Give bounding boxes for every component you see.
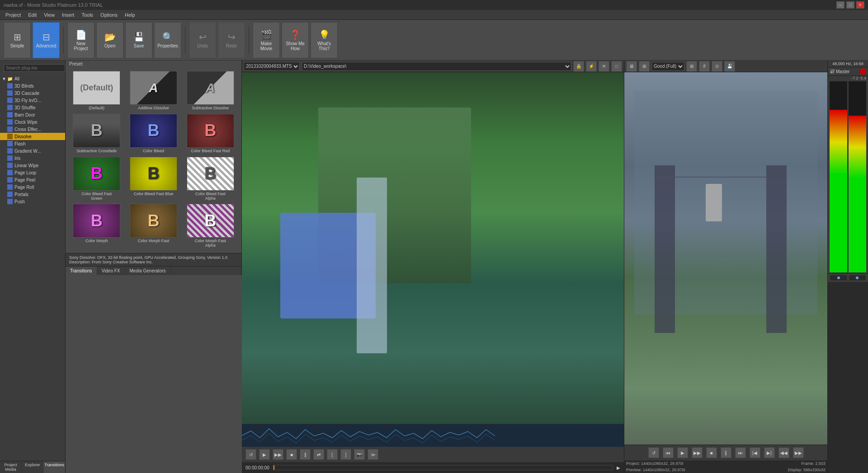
transition-color-bleed-fast-alpha[interactable]: B Color Bleed Fast Alpha bbox=[183, 157, 238, 202]
preview-video-left bbox=[242, 72, 624, 424]
tree-label: Flash bbox=[14, 141, 25, 146]
transition-color-morph-fast[interactable]: B Color Morph Fast bbox=[126, 204, 181, 249]
tree-item-page-loop[interactable]: Page Loop bbox=[0, 169, 65, 176]
tab-media-generators[interactable]: Media Generators bbox=[125, 267, 171, 275]
preview-view-button[interactable]: 🖥 bbox=[626, 61, 637, 72]
rp-prev-marker-button[interactable]: ◀◀ bbox=[778, 447, 789, 458]
tree-item-push[interactable]: Push bbox=[0, 198, 65, 205]
tree-item-barn-door[interactable]: Barn Door bbox=[0, 111, 65, 118]
preview-flash-button[interactable]: ⚡ bbox=[586, 61, 597, 72]
menu-edit[interactable]: Edit bbox=[24, 11, 40, 19]
preview-copy-button[interactable]: ⊙ bbox=[712, 61, 722, 72]
tree-item-dissolve[interactable]: Dissolve bbox=[0, 133, 65, 140]
tree-item-3d-fly[interactable]: 3D Fly In/O... bbox=[0, 97, 65, 104]
preview-close-button[interactable]: ✕ bbox=[599, 61, 609, 72]
transition-color-bleed-fast-alpha-label: Color Bleed Fast Alpha bbox=[190, 192, 231, 201]
redo-button[interactable]: ↪ Redo bbox=[218, 22, 245, 58]
minimize-button[interactable]: ─ bbox=[836, 1, 844, 9]
transition-color-bleed-fast-green[interactable]: B Color Bleed Fast Green bbox=[69, 157, 124, 202]
rp-next-frame-button[interactable]: ▶| bbox=[764, 447, 775, 458]
preview-split-button[interactable]: ⊞ bbox=[639, 61, 650, 72]
close-button[interactable]: ✕ bbox=[856, 1, 864, 9]
plugin-icon bbox=[7, 170, 13, 175]
play-button[interactable]: ▶ bbox=[259, 449, 270, 460]
preview-save-frame-button[interactable]: 💾 bbox=[724, 61, 735, 72]
maximize-button[interactable]: □ bbox=[846, 1, 854, 9]
pause-button[interactable]: ‖ bbox=[300, 449, 311, 460]
transition-color-morph[interactable]: B Color Morph bbox=[69, 204, 124, 249]
properties-button[interactable]: 🔍 Properties bbox=[154, 22, 181, 58]
preview-lock-button[interactable]: 🔒 bbox=[573, 61, 584, 72]
tree-item-3d-blinds[interactable]: 3D Blinds bbox=[0, 82, 65, 89]
tree-item-cross-effect[interactable]: Cross Effec... bbox=[0, 126, 65, 133]
menu-options[interactable]: Options bbox=[97, 11, 121, 19]
tree-item-clock-wipe[interactable]: Clock Wipe bbox=[0, 118, 65, 126]
tab-transitions[interactable]: Transitions bbox=[66, 267, 97, 275]
tab-project-media[interactable]: Project Media bbox=[0, 461, 22, 473]
rp-prev-frame-button[interactable]: |◀ bbox=[750, 447, 760, 458]
rp-next-marker-button[interactable]: ▶▶ bbox=[793, 447, 804, 458]
transition-subtractive-crossfade[interactable]: B Subtractive Crossfade bbox=[69, 114, 124, 155]
fast-forward-button[interactable]: ▶▶ bbox=[273, 449, 283, 460]
whats-this-label: What's This? bbox=[313, 41, 335, 51]
transition-additive-dissolve[interactable]: A Additive Dissolve bbox=[126, 71, 181, 112]
advanced-button[interactable]: ⊟ Advanced bbox=[33, 22, 60, 58]
rp-fast-fwd-button[interactable]: ▶▶ bbox=[692, 447, 703, 458]
rp-play-button[interactable]: ▶ bbox=[677, 447, 688, 458]
show-me-how-button[interactable]: ❓ Show Me How bbox=[282, 22, 309, 58]
loop-button[interactable]: ⇄ bbox=[313, 449, 324, 460]
preview-file-selector[interactable]: 20131020004833.MTS bbox=[244, 62, 300, 71]
tree-item-3d-cascade[interactable]: 3D Cascade bbox=[0, 89, 65, 97]
rp-step-fwd-button[interactable]: ⏭ bbox=[735, 447, 746, 458]
transition-default[interactable]: (Default) (Default) bbox=[69, 71, 124, 112]
menu-tools[interactable]: Tools bbox=[78, 11, 97, 19]
tree-item-iris[interactable]: Iris bbox=[0, 155, 65, 162]
search-input[interactable] bbox=[4, 64, 65, 72]
simple-button[interactable]: ⊞ Simple bbox=[4, 22, 31, 58]
timecode-slider[interactable] bbox=[273, 465, 613, 470]
preview-quality-selector[interactable]: Good (Full) Draft (Half) Best (Full) bbox=[651, 62, 684, 71]
rp-step-back-button[interactable]: ⏮ bbox=[663, 447, 674, 458]
tree-item-page-peel[interactable]: Page Peel bbox=[0, 176, 65, 183]
tree-item-linear-wipe[interactable]: Linear Wipe bbox=[0, 162, 65, 169]
tree-item-gradient-w[interactable]: Gradient W... bbox=[0, 147, 65, 155]
menu-project[interactable]: Project bbox=[2, 11, 24, 19]
preview-path-selector[interactable]: D:\Video_workspace\ bbox=[302, 62, 571, 71]
expand-button[interactable]: ≫ bbox=[368, 449, 378, 460]
transition-subtractive-dissolve[interactable]: A Subtractive Dissolve bbox=[183, 71, 238, 112]
menu-view[interactable]: View bbox=[40, 11, 58, 19]
toolbar: ⊞ Simple ⊟ Advanced 📄 New Project 📂 Open… bbox=[0, 20, 868, 61]
transition-color-bleed[interactable]: B Color Bleed bbox=[126, 114, 181, 155]
transition-color-bleed-fast-red[interactable]: B Color Bleed Fast Red bbox=[183, 114, 238, 155]
transition-color-bleed-fast-blue[interactable]: B Color Bleed Fast Blue bbox=[126, 157, 181, 202]
tree-item-flash[interactable]: Flash bbox=[0, 140, 65, 147]
make-movie-button[interactable]: 🎬 Make Movie bbox=[253, 22, 280, 58]
preview-overlay-button[interactable]: # bbox=[699, 61, 710, 72]
preview-grid-button[interactable]: ⊞ bbox=[686, 61, 697, 72]
transition-color-morph-fast-alpha[interactable]: B Color Morph Fast Alpha bbox=[183, 204, 238, 249]
preview-settings-button[interactable]: □ bbox=[611, 61, 622, 72]
whats-this-button[interactable]: 💡 What's This? bbox=[311, 22, 338, 58]
menu-help[interactable]: Help bbox=[121, 11, 139, 19]
menu-insert[interactable]: Insert bbox=[58, 11, 78, 19]
tab-explorer[interactable]: Explorer bbox=[22, 461, 43, 473]
tree-item-portals[interactable]: Portals bbox=[0, 191, 65, 198]
rp-pause-button[interactable]: ‖ bbox=[721, 447, 731, 458]
tree-item-all[interactable]: ▼ 📁 All bbox=[0, 75, 65, 82]
tab-video-fx[interactable]: Video FX bbox=[97, 267, 125, 275]
open-button[interactable]: 📂 Open bbox=[96, 22, 123, 58]
snapshot-button[interactable]: 📷 bbox=[354, 449, 365, 460]
rp-rewind-button[interactable]: ↺ bbox=[648, 447, 659, 458]
new-project-button[interactable]: 📄 New Project bbox=[67, 22, 94, 58]
trim-in-button[interactable]: [ bbox=[327, 449, 338, 460]
rewind-to-start-button[interactable]: ↺ bbox=[245, 449, 256, 460]
save-button[interactable]: 💾 Save bbox=[125, 22, 152, 58]
tree-item-3d-shuffle[interactable]: 3D Shuffle bbox=[0, 104, 65, 111]
tab-transitions[interactable]: Transitions bbox=[43, 461, 65, 473]
trim-out-button[interactable]: ] bbox=[340, 449, 351, 460]
tree-item-page-roll[interactable]: Page Roll bbox=[0, 183, 65, 191]
undo-button[interactable]: ↩ Undo bbox=[189, 22, 216, 58]
plugin-icon bbox=[7, 148, 13, 154]
stop-button[interactable]: ■ bbox=[286, 449, 297, 460]
rp-stop-button[interactable]: ■ bbox=[706, 447, 717, 458]
